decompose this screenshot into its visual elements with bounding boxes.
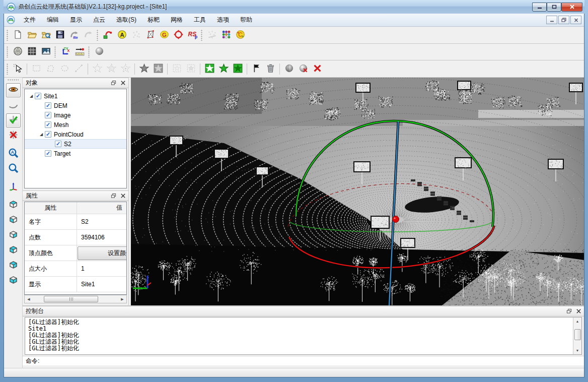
select-outside-button[interactable] <box>231 62 245 76</box>
tree-item-image[interactable]: ✓Image <box>25 110 126 120</box>
mdi-close-button[interactable] <box>570 16 581 24</box>
tree-item-target[interactable]: ✓Target <box>25 149 126 158</box>
star-box-button[interactable] <box>151 62 165 76</box>
maximize-button[interactable] <box>547 3 561 12</box>
save-button[interactable] <box>53 28 67 42</box>
command-row: 命令: <box>23 356 584 365</box>
delete-selection-button[interactable] <box>263 62 277 76</box>
import-file-button[interactable]: file <box>67 28 81 42</box>
scroll-thumb[interactable] <box>574 329 581 340</box>
zoom-a-button[interactable]: A <box>6 147 21 161</box>
flag-mark-button[interactable] <box>249 62 263 76</box>
menu-0[interactable]: 文件 <box>18 14 41 26</box>
registration-button[interactable] <box>101 28 115 42</box>
pick-cursor-button[interactable] <box>11 62 25 76</box>
menu-3[interactable]: 点云 <box>88 14 111 26</box>
visibility-checkbox[interactable]: ✓ <box>45 112 51 118</box>
class-colors-button[interactable] <box>219 28 233 42</box>
property-value[interactable]: Site1 <box>77 277 126 292</box>
menu-7[interactable]: 工具 <box>188 14 211 26</box>
measure-distance-button[interactable] <box>72 45 87 59</box>
cube-left-button[interactable] <box>6 213 21 227</box>
open-search-button[interactable] <box>39 28 53 42</box>
menu-2[interactable]: 显示 <box>64 14 88 26</box>
expander-icon[interactable]: ◢ <box>39 132 44 137</box>
menu-6[interactable]: 网格 <box>165 14 188 26</box>
select-star-button[interactable] <box>216 62 231 76</box>
icp-c-button[interactable]: C <box>233 28 247 42</box>
scroll-up-icon[interactable]: ▲ <box>573 317 581 325</box>
cube-right-button[interactable] <box>6 274 21 288</box>
mesh-wire-button[interactable] <box>143 28 157 42</box>
curve-button[interactable] <box>6 98 21 112</box>
visibility-checkbox[interactable]: ✓ <box>45 150 51 157</box>
scroll-left-icon[interactable]: ◀ <box>25 295 33 303</box>
cube-front-button[interactable] <box>6 228 21 242</box>
pointcloud-dots-button <box>129 28 143 42</box>
tree-item-dem[interactable]: ✓DEM <box>25 101 126 110</box>
sphere-remove-button[interactable] <box>296 62 310 76</box>
mdi-minimize-button[interactable] <box>546 16 557 24</box>
property-value[interactable]: S2 <box>77 214 126 229</box>
axes-zyx-button[interactable]: ZYX <box>58 45 72 59</box>
scroll-thumb[interactable] <box>44 296 98 302</box>
new-file-button[interactable] <box>11 28 25 42</box>
cube-topright-button[interactable] <box>6 259 21 273</box>
scroll-right-icon[interactable]: ▶ <box>118 295 126 303</box>
menu-5[interactable]: 标靶 <box>142 14 165 26</box>
close-panel-icon[interactable] <box>575 308 582 314</box>
triad-button[interactable] <box>6 180 21 194</box>
globe-button[interactable] <box>11 45 25 59</box>
circle-o-button[interactable] <box>171 28 185 42</box>
menu-4[interactable]: 选取(S) <box>111 14 142 26</box>
star-apply-button[interactable] <box>137 62 151 76</box>
menu-1[interactable]: 编辑 <box>41 14 64 26</box>
reject-cross-button[interactable] <box>6 129 21 143</box>
zoom-button[interactable] <box>6 162 21 176</box>
minimize-button[interactable] <box>532 3 547 12</box>
menu-9[interactable]: 帮助 <box>235 14 258 26</box>
tree-item-pointcloud[interactable]: ◢✓PointCloud <box>25 130 126 139</box>
set-color-button[interactable]: 设置颜色 <box>78 246 126 260</box>
image-view-button[interactable] <box>39 45 53 59</box>
sphere-ball-button[interactable] <box>92 45 106 59</box>
cube-topleft-button[interactable] <box>6 243 21 258</box>
command-input[interactable] <box>39 357 581 365</box>
property-value[interactable]: 1 <box>77 261 126 276</box>
geometry-g-button[interactable]: G <box>157 28 171 42</box>
tree-item-s2[interactable]: ✓S2 <box>25 139 126 149</box>
open-project-button[interactable] <box>25 28 39 42</box>
console-vscrollbar[interactable]: ▲ ▼ <box>573 317 581 354</box>
resection-rsp-button[interactable]: RSp <box>185 28 199 42</box>
eye-button[interactable] <box>6 83 21 97</box>
viewport-3d[interactable] <box>131 78 584 305</box>
float-panel-icon[interactable] <box>110 80 117 86</box>
visibility-checkbox[interactable]: ✓ <box>55 141 61 147</box>
close-button[interactable] <box>561 3 582 12</box>
visibility-checkbox[interactable]: ✓ <box>45 102 51 109</box>
cancel-x-button[interactable] <box>310 62 324 76</box>
visibility-checkbox[interactable]: ✓ <box>45 131 51 138</box>
grid-3d-button[interactable] <box>25 45 39 59</box>
label-a-button[interactable]: A <box>115 28 129 42</box>
visibility-checkbox[interactable]: ✓ <box>45 121 51 128</box>
pointcloud-canvas[interactable] <box>131 78 584 305</box>
scroll-down-icon[interactable]: ▼ <box>573 347 581 354</box>
menu-8[interactable]: 选项 <box>211 14 235 26</box>
properties-hscrollbar[interactable]: ◀ ▶ <box>24 295 127 303</box>
select-inside-button[interactable] <box>202 62 216 76</box>
tree-item-site1[interactable]: ◢✓Site1 <box>25 91 126 101</box>
sphere-keep-button[interactable] <box>282 62 296 76</box>
tree-item-mesh[interactable]: ✓Mesh <box>25 120 126 130</box>
expander-icon[interactable]: ◢ <box>29 94 34 98</box>
close-panel-icon[interactable] <box>119 80 126 86</box>
cube-top-button[interactable] <box>6 198 21 212</box>
mdi-restore-button[interactable] <box>558 16 569 24</box>
float-panel-icon[interactable] <box>565 308 572 314</box>
visibility-checkbox[interactable]: ✓ <box>35 93 41 99</box>
title-bar[interactable]: 鼎创点云处理系统(基础版)V2.1.1[32]-kg.project - [Si… <box>4 0 584 14</box>
accept-check-button[interactable] <box>6 113 21 128</box>
close-panel-icon[interactable] <box>119 193 126 199</box>
float-panel-icon[interactable] <box>110 193 117 199</box>
property-value[interactable]: 3594106 <box>77 230 126 245</box>
